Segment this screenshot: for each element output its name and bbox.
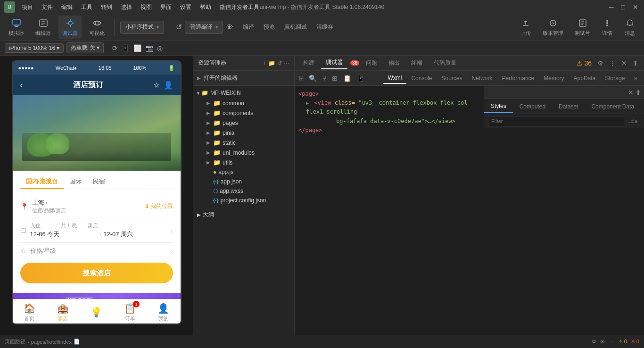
refresh-icon[interactable]: ↺	[176, 23, 182, 32]
tab-memory[interactable]: Memory	[539, 73, 569, 83]
tab-performance[interactable]: Performance	[497, 73, 539, 83]
settings-icon[interactable]: ⚙	[595, 58, 605, 68]
file-type-icon[interactable]: 📄	[74, 339, 80, 345]
inspector-expand-icon[interactable]: ⬆	[636, 89, 641, 96]
inspector-close-icon[interactable]: ✕	[628, 89, 634, 96]
new-folder-icon[interactable]: 📁	[268, 60, 275, 66]
computed-tab[interactable]: Computed	[513, 100, 552, 113]
file-app-js[interactable]: ● app.js	[193, 167, 294, 177]
my-location-link[interactable]: ⬇ 我的位置	[145, 202, 173, 210]
component-data-tab[interactable]: Component Data	[585, 100, 641, 113]
file-project-config[interactable]: {·} project.config.json	[193, 196, 294, 205]
menu-file[interactable]: 文件	[38, 2, 57, 12]
filter-input[interactable]	[488, 116, 624, 126]
message-button[interactable]: 消息	[620, 16, 639, 39]
minimize-button[interactable]: ─	[607, 3, 616, 11]
preview-button[interactable]: 预览	[260, 21, 279, 33]
rotate-icon[interactable]: ⟳	[112, 44, 118, 52]
hotreload-button[interactable]: 热重载 关 ▾	[66, 42, 104, 53]
price-row[interactable]: ☆ 价格/星级 ›	[20, 243, 173, 259]
styles-tab[interactable]: Styles	[484, 100, 513, 113]
folder-static[interactable]: ▶ 📁 static	[193, 138, 294, 148]
location-row[interactable]: 📍 上海 › 位置/品牌/酒店 ⬇ 我的位置	[20, 195, 173, 218]
tab-more[interactable]: »	[629, 73, 642, 83]
collapse-icon[interactable]: ⋯	[284, 60, 289, 66]
settings-status-icon[interactable]: ⚙	[592, 339, 596, 345]
star-icon[interactable]: ☆	[153, 81, 160, 90]
tab-debugger[interactable]: 调试器	[321, 57, 347, 69]
menu-select[interactable]: 选择	[117, 2, 136, 12]
menu-edit[interactable]: 编辑	[58, 2, 76, 12]
menu-view[interactable]: 视图	[137, 2, 156, 12]
new-file-icon[interactable]: +	[263, 60, 266, 66]
close-button[interactable]: ✕	[631, 3, 640, 11]
menu-settings[interactable]: 设置	[176, 2, 195, 12]
detail-button[interactable]: 详情	[598, 16, 617, 39]
inspector-search-icon[interactable]: 🔍	[306, 75, 320, 82]
upload-button[interactable]: 上传	[516, 16, 535, 39]
tab-sources[interactable]: Sources	[437, 73, 467, 83]
tab-international[interactable]: 国际	[64, 174, 87, 189]
tab-storage[interactable]: Storage	[600, 73, 629, 83]
folder-pages[interactable]: ▶ 📁 pages	[193, 118, 294, 128]
wifi-icon[interactable]: ◎	[157, 44, 163, 52]
refresh-tree-icon[interactable]: ↺	[277, 60, 282, 66]
compile-dropdown[interactable]: 普通编译 ▾	[185, 21, 223, 34]
debugger-button[interactable]: 调试器	[58, 16, 82, 39]
folder-uni-modules[interactable]: ▶ 📁 uni_modules	[193, 148, 294, 157]
back-icon[interactable]: ‹	[20, 80, 23, 90]
nav-explore[interactable]: 💡	[80, 307, 113, 319]
compile-button[interactable]: 编译	[239, 21, 258, 33]
screenshot-icon[interactable]: 📷	[145, 44, 153, 52]
tab-homestay[interactable]: 民宿	[87, 174, 111, 189]
open-editors-section[interactable]: ▶ 打开的编辑器	[193, 71, 294, 86]
inspector-file-icon[interactable]: 📋	[340, 75, 354, 82]
mode-dropdown[interactable]: 小程序模式 ▾	[120, 21, 164, 34]
date-row[interactable]: ☐ 入住 共 1 晚 离店 12-06 今天 ›	[20, 218, 173, 243]
folder-components[interactable]: ▶ 📁 components	[193, 108, 294, 118]
menu-interface[interactable]: 界面	[157, 2, 175, 12]
inspector-git-icon[interactable]: ⑂	[320, 75, 329, 82]
menu-devtools[interactable]: 微信开发者工具	[216, 2, 263, 12]
tablet-icon[interactable]: ⬜	[133, 44, 141, 52]
phone-selector[interactable]: iPhone 5 100% 16 ▾	[5, 43, 64, 53]
more-icon[interactable]: ⋮	[607, 58, 618, 68]
visual-button[interactable]: 可视化	[85, 16, 108, 39]
menu-help[interactable]: 帮助	[196, 2, 215, 12]
preview-icon[interactable]: 👁	[226, 23, 233, 32]
nav-orders[interactable]: 📋 订单	[113, 303, 147, 322]
editor-button[interactable]: 编辑器	[32, 16, 55, 39]
folder-common[interactable]: ▶ 📁 common	[193, 98, 294, 108]
folder-pinia[interactable]: ▶ 📁 pinia	[193, 128, 294, 138]
menu-tools[interactable]: 工具	[77, 2, 96, 12]
maximize-button[interactable]: □	[619, 3, 627, 11]
user-icon[interactable]: 👤	[164, 81, 173, 90]
nav-home[interactable]: 🏠 首页	[13, 303, 46, 322]
search-hotel-button[interactable]: 搜索酒店	[20, 263, 173, 283]
inspector-phone-icon[interactable]: 📱	[354, 75, 368, 82]
tab-output[interactable]: 输出	[384, 57, 405, 69]
eye-status-icon[interactable]: 👁	[600, 339, 605, 345]
tab-network[interactable]: Network	[467, 73, 497, 83]
simulator-button[interactable]: 模拟器	[5, 16, 28, 39]
tab-console[interactable]: Console	[406, 73, 437, 83]
tab-build[interactable]: 构建	[298, 57, 319, 69]
nav-profile[interactable]: 👤 我的	[147, 303, 180, 322]
tab-terminal[interactable]: 终端	[406, 57, 427, 69]
expand-panel-icon[interactable]: ⬆	[631, 58, 640, 68]
xml-view-tag[interactable]: ▶ <view class= "uv3__container flexbox f…	[298, 99, 480, 116]
menu-project[interactable]: 项目	[18, 2, 37, 12]
tab-appdata[interactable]: AppData	[569, 73, 601, 83]
folder-utils[interactable]: ▶ 📁 utils	[193, 157, 294, 167]
inspector-copy-icon[interactable]: ⎘	[297, 75, 306, 82]
nav-hotel[interactable]: 🏨 酒店	[46, 303, 80, 322]
version-button[interactable]: 版本管理	[539, 16, 567, 39]
project-root[interactable]: ▾ 📁 MP-WEIXIN	[193, 88, 294, 98]
tab-wxml[interactable]: Wxml	[383, 73, 406, 84]
test-button[interactable]: 测试号	[571, 16, 594, 39]
more-status-icon[interactable]: ⋯	[609, 339, 614, 345]
file-app-json[interactable]: {·} app.json	[193, 177, 294, 186]
tab-codequality[interactable]: 代码质量	[429, 57, 461, 69]
phone-icon[interactable]: 📱	[122, 44, 130, 52]
phone-content[interactable]: 国内·港澳台 国际 民宿 📍 上海 › 位置/品牌/酒店 ⬇	[13, 171, 181, 299]
